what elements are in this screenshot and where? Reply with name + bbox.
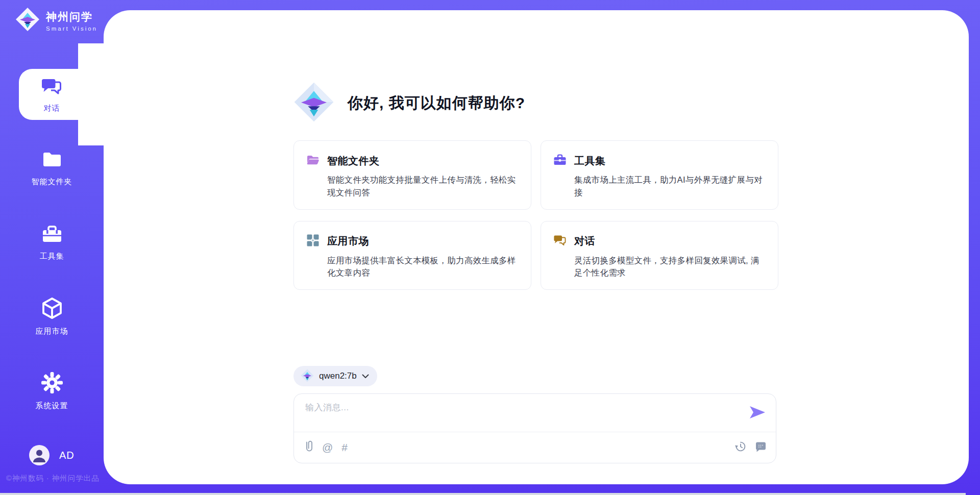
cube-icon bbox=[40, 296, 64, 322]
sidebar-item-label: 对话 bbox=[44, 104, 60, 113]
copyright-text: ©神州数码 · 神州问学出品 bbox=[6, 474, 100, 483]
app-grid-icon bbox=[306, 234, 320, 249]
chat-icon bbox=[553, 234, 567, 249]
sidebar-item-label: 系统设置 bbox=[36, 401, 68, 411]
sidebar-item-app-market[interactable]: 应用市场 bbox=[0, 296, 104, 336]
folder-open-icon bbox=[306, 153, 320, 168]
main-panel: 你好, 我可以如何帮助你? 智能文件夹 智能文件夹功能支持批量文件上传与清洗，轻… bbox=[104, 10, 969, 484]
feature-card-chat[interactable]: 对话 灵活切换多模型文件，支持多样回复效果调试, 满足个性化需求 bbox=[541, 221, 778, 290]
folder-icon bbox=[41, 148, 63, 172]
sidebar-item-chat[interactable]: 对话 bbox=[19, 69, 104, 120]
card-description: 智能文件夹功能支持批量文件上传与清洗，轻松实现文件问答 bbox=[327, 174, 519, 199]
feature-card-smart-folder[interactable]: 智能文件夹 智能文件夹功能支持批量文件上传与清洗，轻松实现文件问答 bbox=[293, 140, 531, 210]
user-chip[interactable]: AD bbox=[29, 445, 75, 465]
feature-card-app-market[interactable]: 应用市场 应用市场提供丰富长文本模板，助力高效生成多样化文章内容 bbox=[293, 221, 531, 290]
toolbox-icon bbox=[41, 222, 63, 247]
sidebar-item-smart-folder[interactable]: 智能文件夹 bbox=[0, 148, 104, 187]
hash-icon: # bbox=[341, 441, 348, 454]
sidebar-item-label: 智能文件夹 bbox=[32, 177, 72, 187]
sidebar-item-toolset[interactable]: 工具集 bbox=[0, 222, 104, 261]
send-button[interactable] bbox=[748, 405, 767, 421]
message-composer: @ # bbox=[293, 393, 776, 463]
attach-button[interactable] bbox=[305, 440, 313, 456]
sidebar-item-label: 应用市场 bbox=[36, 327, 68, 336]
chevron-down-icon bbox=[362, 373, 369, 380]
card-description: 应用市场提供丰富长文本模板，助力高效生成多样化文章内容 bbox=[327, 254, 519, 280]
user-avatar bbox=[29, 445, 50, 465]
model-selector[interactable]: qwen2:7b bbox=[293, 366, 377, 386]
chat-square-icon bbox=[754, 440, 767, 455]
card-description: 灵活切换多模型文件，支持多样回复效果调试, 满足个性化需求 bbox=[574, 254, 766, 280]
history-icon bbox=[734, 440, 747, 455]
brand-subtitle: Smart Vision bbox=[46, 26, 97, 32]
paperclip-icon bbox=[305, 440, 313, 456]
sidebar-item-settings[interactable]: 系统设置 bbox=[0, 371, 104, 411]
sidebar-item-label: 工具集 bbox=[40, 252, 64, 261]
composer-toolbar: @ # bbox=[305, 436, 767, 459]
model-name: qwen2:7b bbox=[319, 371, 357, 381]
window-bottom-edge bbox=[0, 493, 966, 495]
topic-button[interactable]: # bbox=[341, 441, 348, 454]
card-description: 集成市场上主流工具，助力AI与外界无缝扩展与对接 bbox=[574, 174, 766, 199]
card-title: 智能文件夹 bbox=[327, 154, 380, 168]
greeting-title: 你好, 我可以如何帮助你? bbox=[348, 93, 525, 114]
feature-card-toolset[interactable]: 工具集 集成市场上主流工具，助力AI与外界无缝扩展与对接 bbox=[541, 140, 778, 210]
user-initials: AD bbox=[59, 450, 75, 461]
card-title: 工具集 bbox=[574, 154, 606, 168]
app-window: 神州问学 Smart Vision 对话 智能文件夹 bbox=[0, 0, 980, 495]
card-title: 对话 bbox=[574, 234, 595, 248]
model-logo-icon bbox=[301, 369, 314, 384]
message-input[interactable] bbox=[305, 402, 734, 427]
active-tab-top-curve bbox=[78, 43, 104, 69]
at-icon: @ bbox=[322, 441, 333, 454]
diamond-logo-icon bbox=[293, 82, 334, 125]
card-title: 应用市场 bbox=[327, 234, 369, 248]
briefcase-icon bbox=[553, 153, 567, 168]
composer-divider bbox=[294, 432, 776, 432]
diamond-logo-icon bbox=[15, 7, 40, 34]
feature-cards: 智能文件夹 智能文件夹功能支持批量文件上传与清洗，轻松实现文件问答 工具集 bbox=[293, 140, 778, 290]
mention-button[interactable]: @ bbox=[322, 441, 333, 454]
send-icon bbox=[749, 413, 766, 421]
chat-bubbles-icon bbox=[41, 76, 63, 100]
gear-icon bbox=[40, 371, 64, 397]
greeting-block: 你好, 我可以如何帮助你? bbox=[293, 82, 525, 125]
brand-name: 神州问学 bbox=[46, 10, 97, 24]
quick-phrases-button[interactable] bbox=[754, 440, 767, 455]
brand-logo: 神州问学 Smart Vision bbox=[15, 7, 97, 34]
active-tab-bottom-curve bbox=[78, 120, 104, 145]
history-button[interactable] bbox=[734, 440, 747, 455]
